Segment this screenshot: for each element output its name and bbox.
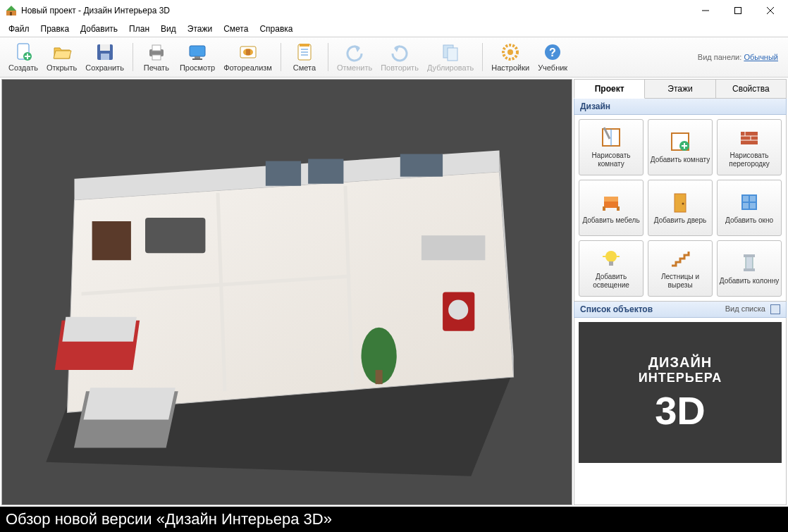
svg-rect-16 bbox=[152, 55, 161, 60]
toolbar-separator bbox=[328, 43, 328, 71]
add-door-label: Добавить дверь bbox=[654, 216, 706, 225]
svg-rect-48 bbox=[376, 370, 383, 384]
objects-list: ДИЗАЙН ИНТЕРЬЕРА 3D bbox=[574, 318, 787, 505]
open-icon bbox=[52, 42, 72, 62]
svg-rect-82 bbox=[746, 256, 753, 270]
tab-floors[interactable]: Этажи bbox=[645, 79, 715, 99]
undo-label: Отменить bbox=[337, 63, 372, 72]
menu-help[interactable]: Справка bbox=[254, 23, 298, 35]
tab-project[interactable]: Проект bbox=[574, 79, 645, 99]
preview-label: Просмотр bbox=[180, 63, 215, 72]
menu-edit[interactable]: Правка bbox=[35, 23, 75, 35]
settings-label: Настройки bbox=[491, 63, 529, 72]
promo-line1: ДИЗАЙН bbox=[648, 354, 712, 371]
svg-rect-64 bbox=[741, 132, 758, 144]
monitor-icon bbox=[187, 42, 207, 62]
promo-line3: 3D bbox=[655, 391, 706, 431]
add-column-label: Добавить колонну bbox=[720, 277, 779, 285]
svg-rect-72 bbox=[617, 206, 620, 211]
svg-rect-53 bbox=[92, 221, 131, 260]
add-room-button[interactable]: Добавить комнату bbox=[648, 119, 713, 175]
preview-button[interactable]: Просмотр bbox=[176, 38, 219, 76]
add-window-button[interactable]: Добавить окно bbox=[717, 180, 782, 236]
add-stairs-button[interactable]: Лестницы и вырезы bbox=[648, 240, 713, 297]
svg-point-33 bbox=[507, 49, 513, 55]
toolbar: Создать Открыть Сохранить Печать Просмот… bbox=[0, 37, 788, 78]
bottom-caption: Обзор новой версии «Дизайн Интерьера 3D» bbox=[0, 507, 788, 532]
viewport-3d[interactable] bbox=[1, 79, 572, 505]
add-door-button[interactable]: Добавить дверь bbox=[648, 180, 713, 236]
svg-point-78 bbox=[605, 251, 617, 262]
list-view-icon bbox=[770, 304, 780, 314]
svg-rect-13 bbox=[101, 54, 109, 60]
svg-rect-84 bbox=[744, 268, 755, 271]
open-button[interactable]: Открыть bbox=[42, 38, 81, 76]
svg-text:?: ? bbox=[549, 47, 556, 58]
menu-plan[interactable]: План bbox=[123, 23, 155, 35]
duplicate-button[interactable]: Дублировать bbox=[423, 38, 478, 76]
gear-icon bbox=[500, 42, 520, 62]
svg-rect-69 bbox=[604, 201, 618, 208]
panel-mode-label: Вид панели: bbox=[698, 53, 741, 61]
sidepanel-tabs: Проект Этажи Свойства bbox=[574, 79, 787, 99]
estimate-button[interactable]: Смета bbox=[285, 38, 324, 76]
settings-button[interactable]: Настройки bbox=[487, 38, 534, 76]
photoreal-icon bbox=[238, 42, 258, 62]
svg-rect-79 bbox=[609, 261, 613, 266]
print-button[interactable]: Печать bbox=[137, 38, 176, 76]
photoreal-label: Фотореализм bbox=[223, 63, 272, 72]
toolbar-separator bbox=[133, 43, 133, 71]
undo-button[interactable]: Отменить bbox=[333, 38, 376, 76]
photoreal-button[interactable]: Фотореализм bbox=[219, 38, 276, 76]
app-icon bbox=[6, 5, 17, 16]
svg-rect-56 bbox=[400, 154, 443, 177]
draw-room-button[interactable]: Нарисовать комнату bbox=[579, 119, 644, 175]
add-stairs-label: Лестницы и вырезы bbox=[650, 273, 710, 290]
maximize-button[interactable] bbox=[722, 0, 754, 21]
help-icon: ? bbox=[543, 42, 562, 62]
svg-rect-19 bbox=[192, 58, 202, 60]
add-light-button[interactable]: Добавить освещение bbox=[579, 240, 644, 297]
window-buttons bbox=[689, 0, 787, 21]
door-icon bbox=[669, 191, 691, 214]
svg-rect-55 bbox=[308, 159, 343, 184]
stairs-icon bbox=[669, 247, 691, 270]
list-view-label: Вид списка bbox=[725, 304, 765, 313]
tutorial-button[interactable]: ? Учебник bbox=[534, 38, 572, 76]
new-icon bbox=[13, 42, 33, 62]
save-button[interactable]: Сохранить bbox=[81, 38, 128, 76]
toolbar-separator bbox=[482, 43, 483, 71]
svg-rect-4 bbox=[735, 8, 741, 14]
redo-button[interactable]: Повторить bbox=[376, 38, 423, 76]
list-view-control[interactable]: Вид списка bbox=[725, 304, 780, 314]
menu-view[interactable]: Вид bbox=[155, 23, 182, 35]
redo-icon bbox=[390, 42, 410, 62]
svg-point-74 bbox=[682, 203, 684, 205]
close-button[interactable] bbox=[754, 0, 787, 21]
print-icon bbox=[147, 42, 166, 62]
add-furniture-button[interactable]: Добавить мебель bbox=[579, 180, 644, 236]
svg-rect-51 bbox=[421, 235, 485, 260]
window-title: Новый проект - Дизайн Интерьера 3D bbox=[21, 6, 689, 16]
draw-wall-button[interactable]: Нарисовать перегородку bbox=[717, 119, 782, 175]
add-light-label: Добавить освещение bbox=[581, 273, 641, 290]
menu-add[interactable]: Добавить bbox=[75, 23, 123, 35]
new-button[interactable]: Создать bbox=[4, 38, 42, 76]
add-column-button[interactable]: Добавить колонну bbox=[717, 240, 782, 297]
svg-rect-71 bbox=[603, 206, 605, 211]
add-room-icon bbox=[669, 130, 691, 153]
menu-floors[interactable]: Этажи bbox=[182, 23, 218, 35]
objects-section-head: Список объектов Вид списка bbox=[574, 302, 787, 318]
menu-estimate[interactable]: Смета bbox=[218, 23, 254, 35]
print-label: Печать bbox=[144, 63, 169, 72]
minimize-button[interactable] bbox=[689, 0, 722, 21]
svg-rect-44 bbox=[62, 317, 136, 342]
objects-section-label: Список объектов bbox=[580, 304, 653, 314]
tab-properties[interactable]: Свойства bbox=[716, 79, 787, 99]
menu-file[interactable]: Файл bbox=[3, 23, 35, 35]
panel-mode-link[interactable]: Обычный bbox=[744, 53, 778, 61]
svg-point-50 bbox=[448, 300, 468, 320]
titlebar: Новый проект - Дизайн Интерьера 3D bbox=[0, 0, 788, 21]
add-window-label: Добавить окно bbox=[725, 216, 773, 225]
light-icon bbox=[600, 247, 622, 270]
